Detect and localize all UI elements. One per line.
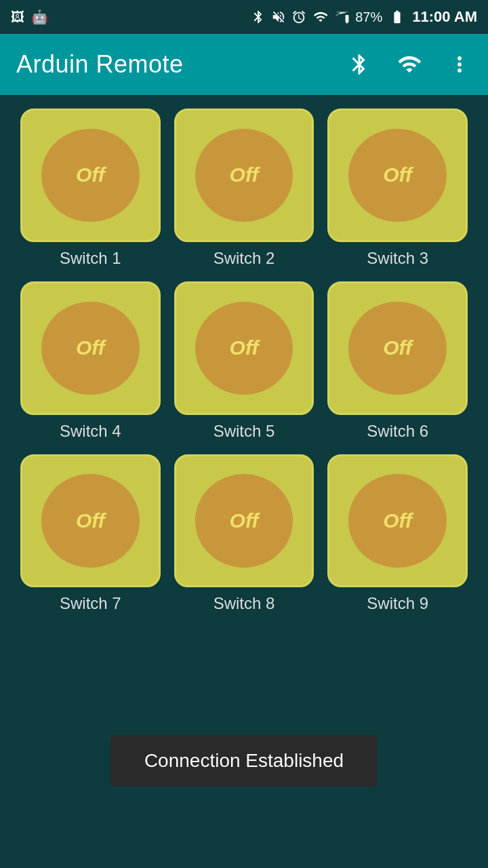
status-time: 11:00 AM <box>412 8 477 26</box>
switch-button-3[interactable]: Off <box>327 108 468 242</box>
switch-item-7: OffSwitch 7 <box>20 454 161 614</box>
switch-label-1: Switch 1 <box>60 249 121 268</box>
switch-circle-8: Off <box>195 474 293 567</box>
switch-button-8[interactable]: Off <box>174 454 314 588</box>
connection-text: Connection Established <box>144 750 344 772</box>
switch-label-4: Switch 4 <box>60 422 121 441</box>
app-bar-icons <box>347 52 472 77</box>
switch-state-2: Off <box>230 163 259 186</box>
switch-state-8: Off <box>230 509 259 532</box>
switch-label-9: Switch 9 <box>367 594 428 613</box>
switch-state-5: Off <box>230 336 259 359</box>
switch-item-6: OffSwitch 6 <box>327 281 468 441</box>
mute-icon <box>271 9 286 24</box>
switch-state-9: Off <box>383 509 412 532</box>
switch-circle-3: Off <box>348 129 446 222</box>
switch-button-5[interactable]: Off <box>174 281 314 415</box>
switch-item-8: OffSwitch 8 <box>174 454 314 614</box>
switch-button-4[interactable]: Off <box>20 281 161 415</box>
switch-circle-4: Off <box>41 302 139 395</box>
switch-item-3: OffSwitch 3 <box>327 108 468 268</box>
switch-state-3: Off <box>383 163 412 186</box>
switch-state-6: Off <box>383 336 412 359</box>
bluetooth-app-icon[interactable] <box>347 52 371 77</box>
status-bar-left: 🖼 🤖 <box>11 9 48 25</box>
switch-button-6[interactable]: Off <box>327 281 468 415</box>
battery-icon <box>388 9 407 24</box>
app-bar: Arduin Remote <box>0 34 488 95</box>
screen-icon: 🖼 <box>11 9 24 25</box>
switch-circle-7: Off <box>41 474 139 567</box>
main-content: OffSwitch 1OffSwitch 2OffSwitch 3OffSwit… <box>0 95 488 627</box>
switch-button-1[interactable]: Off <box>20 108 161 242</box>
more-options-icon[interactable] <box>447 52 472 77</box>
status-bar: 🖼 🤖 87% 11:00 AM <box>0 0 488 34</box>
wifi-app-icon[interactable] <box>396 52 423 77</box>
switch-label-2: Switch 2 <box>214 249 275 268</box>
switch-button-9[interactable]: Off <box>327 454 468 588</box>
switch-label-5: Switch 5 <box>214 422 275 441</box>
switch-state-1: Off <box>76 163 105 186</box>
switch-item-2: OffSwitch 2 <box>174 108 314 268</box>
switch-circle-5: Off <box>195 302 293 395</box>
switch-label-3: Switch 3 <box>367 249 428 268</box>
battery-percentage: 87% <box>355 9 382 25</box>
app-title: Arduin Remote <box>16 50 184 79</box>
android-icon: 🤖 <box>31 9 48 25</box>
connection-banner: Connection Established <box>110 735 378 787</box>
switch-button-2[interactable]: Off <box>174 108 314 242</box>
wifi-icon <box>312 9 329 24</box>
switch-circle-2: Off <box>195 129 293 222</box>
switch-state-7: Off <box>76 509 105 532</box>
switch-item-1: OffSwitch 1 <box>20 108 161 268</box>
switch-label-7: Switch 7 <box>60 594 121 613</box>
alarm-icon <box>291 9 306 24</box>
switch-circle-1: Off <box>41 129 139 222</box>
switch-button-7[interactable]: Off <box>20 454 161 588</box>
switch-item-5: OffSwitch 5 <box>174 281 314 441</box>
switch-grid: OffSwitch 1OffSwitch 2OffSwitch 3OffSwit… <box>20 108 468 613</box>
switch-circle-6: Off <box>348 302 446 395</box>
switch-label-8: Switch 8 <box>214 594 275 613</box>
status-bar-right: 87% 11:00 AM <box>251 8 477 26</box>
switch-item-4: OffSwitch 4 <box>20 281 161 441</box>
switch-item-9: OffSwitch 9 <box>327 454 468 614</box>
switch-state-4: Off <box>76 336 105 359</box>
switch-label-6: Switch 6 <box>367 422 428 441</box>
signal-icon <box>335 9 350 24</box>
bluetooth-icon <box>251 9 266 24</box>
switch-circle-9: Off <box>348 474 446 567</box>
